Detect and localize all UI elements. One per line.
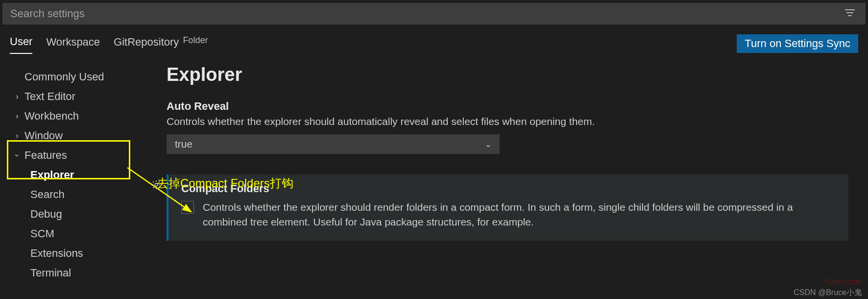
chevron-right-icon: › [13, 131, 22, 140]
compact-folders-checkbox[interactable] [181, 201, 194, 214]
scope-tabs: User Workspace GitRepository Folder Turn… [0, 25, 868, 55]
search-bar [2, 3, 866, 25]
tab-repository-sub: Folder [183, 34, 208, 46]
tree-explorer[interactable]: Explorer [13, 167, 147, 183]
tree-label: SCM [30, 227, 54, 240]
filter-icon[interactable] [842, 6, 858, 22]
search-input[interactable] [10, 7, 842, 20]
tree-label: Debug [30, 208, 62, 221]
select-value: true [175, 138, 193, 150]
tree-commonly-used[interactable]: ›Commonly Used [13, 69, 147, 85]
setting-description: Controls whether the explorer should aut… [167, 116, 853, 127]
tree-text-editor[interactable]: ›Text Editor [13, 89, 147, 104]
tree-label: Extensions [30, 247, 83, 260]
auto-reveal-select[interactable]: true ⌄ [167, 134, 500, 154]
section-heading: Explorer [167, 64, 853, 85]
tree-workbench[interactable]: ›Workbench [13, 108, 147, 124]
chevron-right-icon: › [13, 112, 22, 121]
settings-body: ›Commonly Used ›Text Editor ›Workbench ›… [0, 64, 868, 295]
tree-label: Text Editor [24, 90, 75, 103]
settings-content: Explorer Auto Reveal Controls whether th… [147, 64, 868, 295]
gear-icon[interactable] [151, 179, 162, 193]
tree-label: Terminal [30, 267, 71, 279]
tree-terminal[interactable]: Terminal [13, 265, 147, 281]
tree-label: Window [24, 129, 63, 142]
chevron-down-icon: ⌄ [485, 140, 491, 149]
setting-title: Auto Reveal [167, 100, 853, 113]
tree-label: Features [24, 149, 67, 162]
tab-repository[interactable]: GitRepository [114, 36, 179, 53]
setting-auto-reveal: Auto Reveal Controls whether the explore… [167, 100, 853, 154]
tree-label: Workbench [24, 110, 79, 123]
tree-features[interactable]: ›Features [13, 148, 147, 163]
setting-description: Controls whether the explorer should ren… [203, 200, 839, 230]
tree-search[interactable]: Search [13, 187, 147, 202]
chevron-down-icon: › [13, 151, 22, 160]
tree-label: Commonly Used [24, 71, 104, 83]
setting-title: Compact Folders [181, 182, 839, 195]
tree-scm[interactable]: SCM [13, 226, 147, 242]
setting-compact-folders: Compact Folders Controls whether the exp… [167, 174, 848, 241]
tab-user[interactable]: User [10, 35, 32, 54]
tree-debug[interactable]: Debug [13, 206, 147, 222]
tree-label: Search [30, 188, 65, 201]
tab-workspace[interactable]: Workspace [46, 36, 100, 53]
svg-point-3 [155, 183, 158, 186]
tree-window[interactable]: ›Window [13, 128, 147, 144]
tree-extensions[interactable]: Extensions [13, 246, 147, 261]
settings-tree: ›Commonly Used ›Text Editor ›Workbench ›… [0, 64, 147, 295]
chevron-right-icon: › [13, 92, 22, 101]
tree-label: Explorer [30, 169, 74, 181]
settings-sync-button[interactable]: Turn on Settings Sync [737, 34, 858, 53]
